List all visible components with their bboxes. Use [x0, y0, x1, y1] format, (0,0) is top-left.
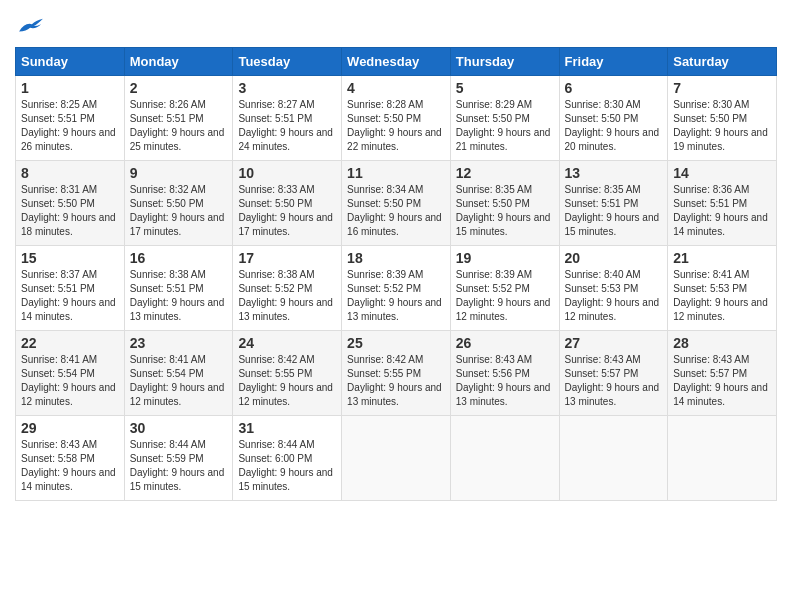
weekday-header-sunday: Sunday — [16, 48, 125, 76]
day-info: Sunrise: 8:34 AMSunset: 5:50 PMDaylight:… — [347, 184, 442, 237]
day-cell: 16 Sunrise: 8:38 AMSunset: 5:51 PMDaylig… — [124, 246, 233, 331]
day-cell: 26 Sunrise: 8:43 AMSunset: 5:56 PMDaylig… — [450, 331, 559, 416]
day-number: 29 — [21, 420, 119, 436]
day-number: 10 — [238, 165, 336, 181]
day-info: Sunrise: 8:42 AMSunset: 5:55 PMDaylight:… — [238, 354, 333, 407]
day-cell: 20 Sunrise: 8:40 AMSunset: 5:53 PMDaylig… — [559, 246, 668, 331]
day-cell: 1 Sunrise: 8:25 AMSunset: 5:51 PMDayligh… — [16, 76, 125, 161]
week-row-3: 15 Sunrise: 8:37 AMSunset: 5:51 PMDaylig… — [16, 246, 777, 331]
day-cell: 29 Sunrise: 8:43 AMSunset: 5:58 PMDaylig… — [16, 416, 125, 501]
day-number: 12 — [456, 165, 554, 181]
day-number: 1 — [21, 80, 119, 96]
day-number: 4 — [347, 80, 445, 96]
day-number: 20 — [565, 250, 663, 266]
day-number: 3 — [238, 80, 336, 96]
day-info: Sunrise: 8:43 AMSunset: 5:56 PMDaylight:… — [456, 354, 551, 407]
day-cell: 25 Sunrise: 8:42 AMSunset: 5:55 PMDaylig… — [342, 331, 451, 416]
day-info: Sunrise: 8:38 AMSunset: 5:52 PMDaylight:… — [238, 269, 333, 322]
weekday-header-tuesday: Tuesday — [233, 48, 342, 76]
day-number: 31 — [238, 420, 336, 436]
day-info: Sunrise: 8:41 AMSunset: 5:54 PMDaylight:… — [130, 354, 225, 407]
day-number: 5 — [456, 80, 554, 96]
day-info: Sunrise: 8:29 AMSunset: 5:50 PMDaylight:… — [456, 99, 551, 152]
day-cell: 3 Sunrise: 8:27 AMSunset: 5:51 PMDayligh… — [233, 76, 342, 161]
day-info: Sunrise: 8:41 AMSunset: 5:54 PMDaylight:… — [21, 354, 116, 407]
day-number: 9 — [130, 165, 228, 181]
day-info: Sunrise: 8:35 AMSunset: 5:50 PMDaylight:… — [456, 184, 551, 237]
day-number: 18 — [347, 250, 445, 266]
day-number: 26 — [456, 335, 554, 351]
day-cell: 14 Sunrise: 8:36 AMSunset: 5:51 PMDaylig… — [668, 161, 777, 246]
day-cell: 10 Sunrise: 8:33 AMSunset: 5:50 PMDaylig… — [233, 161, 342, 246]
day-cell: 15 Sunrise: 8:37 AMSunset: 5:51 PMDaylig… — [16, 246, 125, 331]
day-info: Sunrise: 8:41 AMSunset: 5:53 PMDaylight:… — [673, 269, 768, 322]
day-info: Sunrise: 8:33 AMSunset: 5:50 PMDaylight:… — [238, 184, 333, 237]
day-info: Sunrise: 8:44 AMSunset: 6:00 PMDaylight:… — [238, 439, 333, 492]
day-info: Sunrise: 8:44 AMSunset: 5:59 PMDaylight:… — [130, 439, 225, 492]
day-cell: 4 Sunrise: 8:28 AMSunset: 5:50 PMDayligh… — [342, 76, 451, 161]
day-number: 24 — [238, 335, 336, 351]
day-info: Sunrise: 8:25 AMSunset: 5:51 PMDaylight:… — [21, 99, 116, 152]
day-cell: 24 Sunrise: 8:42 AMSunset: 5:55 PMDaylig… — [233, 331, 342, 416]
day-number: 13 — [565, 165, 663, 181]
week-row-4: 22 Sunrise: 8:41 AMSunset: 5:54 PMDaylig… — [16, 331, 777, 416]
day-cell: 18 Sunrise: 8:39 AMSunset: 5:52 PMDaylig… — [342, 246, 451, 331]
week-row-1: 1 Sunrise: 8:25 AMSunset: 5:51 PMDayligh… — [16, 76, 777, 161]
day-info: Sunrise: 8:30 AMSunset: 5:50 PMDaylight:… — [673, 99, 768, 152]
day-info: Sunrise: 8:39 AMSunset: 5:52 PMDaylight:… — [347, 269, 442, 322]
day-cell: 31 Sunrise: 8:44 AMSunset: 6:00 PMDaylig… — [233, 416, 342, 501]
weekday-header-monday: Monday — [124, 48, 233, 76]
day-info: Sunrise: 8:31 AMSunset: 5:50 PMDaylight:… — [21, 184, 116, 237]
day-cell: 8 Sunrise: 8:31 AMSunset: 5:50 PMDayligh… — [16, 161, 125, 246]
day-cell: 19 Sunrise: 8:39 AMSunset: 5:52 PMDaylig… — [450, 246, 559, 331]
day-number: 30 — [130, 420, 228, 436]
day-info: Sunrise: 8:43 AMSunset: 5:58 PMDaylight:… — [21, 439, 116, 492]
day-cell: 22 Sunrise: 8:41 AMSunset: 5:54 PMDaylig… — [16, 331, 125, 416]
weekday-header-thursday: Thursday — [450, 48, 559, 76]
weekday-header-friday: Friday — [559, 48, 668, 76]
day-number: 25 — [347, 335, 445, 351]
day-cell: 11 Sunrise: 8:34 AMSunset: 5:50 PMDaylig… — [342, 161, 451, 246]
day-info: Sunrise: 8:30 AMSunset: 5:50 PMDaylight:… — [565, 99, 660, 152]
day-info: Sunrise: 8:37 AMSunset: 5:51 PMDaylight:… — [21, 269, 116, 322]
day-cell: 9 Sunrise: 8:32 AMSunset: 5:50 PMDayligh… — [124, 161, 233, 246]
day-info: Sunrise: 8:39 AMSunset: 5:52 PMDaylight:… — [456, 269, 551, 322]
day-number: 28 — [673, 335, 771, 351]
day-cell: 27 Sunrise: 8:43 AMSunset: 5:57 PMDaylig… — [559, 331, 668, 416]
day-info: Sunrise: 8:36 AMSunset: 5:51 PMDaylight:… — [673, 184, 768, 237]
day-info: Sunrise: 8:27 AMSunset: 5:51 PMDaylight:… — [238, 99, 333, 152]
day-cell: 6 Sunrise: 8:30 AMSunset: 5:50 PMDayligh… — [559, 76, 668, 161]
weekday-header-row: SundayMondayTuesdayWednesdayThursdayFrid… — [16, 48, 777, 76]
day-info: Sunrise: 8:43 AMSunset: 5:57 PMDaylight:… — [565, 354, 660, 407]
day-number: 8 — [21, 165, 119, 181]
day-info: Sunrise: 8:40 AMSunset: 5:53 PMDaylight:… — [565, 269, 660, 322]
day-number: 7 — [673, 80, 771, 96]
day-info: Sunrise: 8:26 AMSunset: 5:51 PMDaylight:… — [130, 99, 225, 152]
day-cell: 23 Sunrise: 8:41 AMSunset: 5:54 PMDaylig… — [124, 331, 233, 416]
day-cell: 5 Sunrise: 8:29 AMSunset: 5:50 PMDayligh… — [450, 76, 559, 161]
logo-bird-icon — [17, 15, 45, 37]
day-info: Sunrise: 8:43 AMSunset: 5:57 PMDaylight:… — [673, 354, 768, 407]
day-number: 23 — [130, 335, 228, 351]
day-number: 2 — [130, 80, 228, 96]
day-cell — [450, 416, 559, 501]
day-cell — [342, 416, 451, 501]
day-number: 17 — [238, 250, 336, 266]
logo — [15, 15, 45, 37]
day-cell: 13 Sunrise: 8:35 AMSunset: 5:51 PMDaylig… — [559, 161, 668, 246]
day-cell: 28 Sunrise: 8:43 AMSunset: 5:57 PMDaylig… — [668, 331, 777, 416]
day-number: 15 — [21, 250, 119, 266]
weekday-header-saturday: Saturday — [668, 48, 777, 76]
day-info: Sunrise: 8:28 AMSunset: 5:50 PMDaylight:… — [347, 99, 442, 152]
day-number: 16 — [130, 250, 228, 266]
week-row-2: 8 Sunrise: 8:31 AMSunset: 5:50 PMDayligh… — [16, 161, 777, 246]
day-info: Sunrise: 8:35 AMSunset: 5:51 PMDaylight:… — [565, 184, 660, 237]
weekday-header-wednesday: Wednesday — [342, 48, 451, 76]
day-number: 19 — [456, 250, 554, 266]
week-row-5: 29 Sunrise: 8:43 AMSunset: 5:58 PMDaylig… — [16, 416, 777, 501]
day-number: 6 — [565, 80, 663, 96]
day-cell — [668, 416, 777, 501]
day-cell: 7 Sunrise: 8:30 AMSunset: 5:50 PMDayligh… — [668, 76, 777, 161]
day-cell: 12 Sunrise: 8:35 AMSunset: 5:50 PMDaylig… — [450, 161, 559, 246]
day-number: 22 — [21, 335, 119, 351]
